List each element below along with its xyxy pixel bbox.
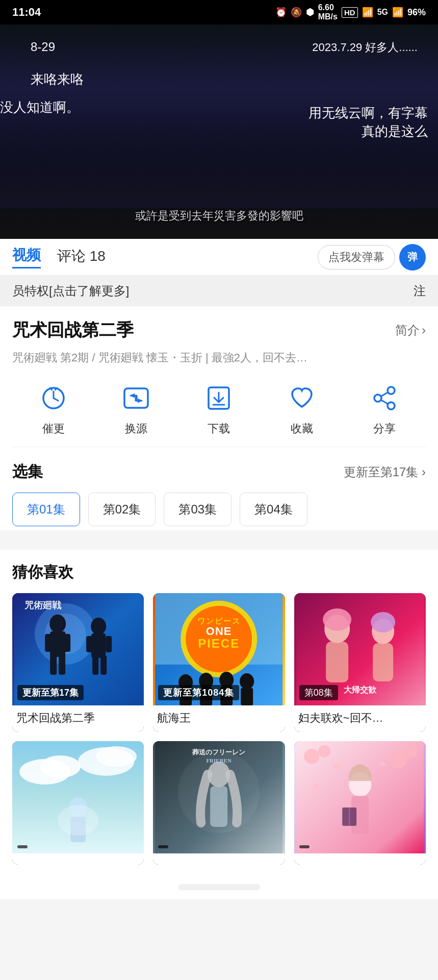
svg-point-10 xyxy=(374,395,381,402)
episode-item-4[interactable]: 第04集 xyxy=(240,493,307,526)
svg-rect-24 xyxy=(91,633,106,658)
danmu-comment-5: 用无线云啊，有字幕真的是这么 xyxy=(308,104,428,141)
video-background: 8-29 2023.7.29 好多人...... 来咯来咯 没人知道啊。 用无线… xyxy=(0,24,438,239)
title-row: 咒术回战第二季 简介 › xyxy=(12,318,426,342)
danmu-comment-4: 没人知道啊。 xyxy=(0,99,80,116)
clock-icon xyxy=(36,380,71,416)
svg-point-11 xyxy=(388,402,395,409)
svg-rect-49 xyxy=(373,643,393,681)
card-badge-4 xyxy=(17,845,28,848)
danmu-comment-3: 来咯来咯 xyxy=(31,70,84,88)
card-info-6 xyxy=(294,853,426,865)
card-4[interactable] xyxy=(12,741,144,865)
speed-label: 6.60MB/s xyxy=(318,3,338,21)
chevron-right-icon: › xyxy=(422,323,426,337)
bell-mute-icon: 🔕 xyxy=(291,7,302,18)
bluetooth-icon: ⬢ xyxy=(306,7,314,18)
video-player[interactable]: 8-29 2023.7.29 好多人...... 来咯来咯 没人知道啊。 用无线… xyxy=(0,24,438,239)
card-badge-6 xyxy=(299,845,310,848)
svg-rect-26 xyxy=(106,636,112,652)
svg-rect-28 xyxy=(100,655,107,675)
svg-text:FRIEREN: FRIEREN xyxy=(207,757,232,764)
status-icons: ⏰ 🔕 ⬢ 6.60MB/s HD 📶 5G 📶 96% xyxy=(275,3,426,21)
card-frieren[interactable]: 葬送のフリーレン FRIEREN xyxy=(153,741,285,865)
action-source[interactable]: 换源 xyxy=(118,380,154,436)
svg-text:咒術廻戦: 咒術廻戦 xyxy=(24,600,62,610)
svg-point-60 xyxy=(58,805,98,836)
svg-line-2 xyxy=(54,398,58,401)
tab-bar: 视频 评论 18 点我发弹幕 弹 xyxy=(0,239,438,276)
episode-item-2[interactable]: 第02集 xyxy=(88,493,156,526)
download-icon xyxy=(201,380,237,416)
card-title-jjk: 咒术回战第二季 xyxy=(16,710,140,726)
danmu-area: 点我发弹幕 弹 xyxy=(318,244,426,271)
card-info-4 xyxy=(12,853,144,865)
card-info-op: 航海王 xyxy=(153,705,285,732)
episode-item-1[interactable]: 第01集 xyxy=(12,493,80,526)
card-info-jjk: 咒术回战第二季 xyxy=(12,705,144,732)
download-label: 下载 xyxy=(208,421,230,436)
recommend-section: 猜你喜欢 xyxy=(0,545,438,877)
action-download[interactable]: 下载 xyxy=(201,380,237,436)
content-area: 咒术回战第二季 简介 › 咒術廻戦 第2期 / 咒術廻戦 懐玉・玉折 | 最強2… xyxy=(0,306,438,530)
card-title-op: 航海王 xyxy=(157,710,280,726)
card-thumb-4 xyxy=(12,741,144,853)
svg-text:大帰交歓: 大帰交歓 xyxy=(343,685,377,694)
episode-section-header: 选集 更新至第17集 › xyxy=(12,461,426,482)
action-row: 催更 换源 xyxy=(12,380,426,447)
member-banner-right: 注 xyxy=(414,283,426,299)
card-thumb-3: 大帰交歓 第08集 xyxy=(294,593,426,705)
svg-rect-47 xyxy=(326,642,348,682)
svg-point-69 xyxy=(318,745,330,757)
bottom-bar xyxy=(0,877,438,899)
episode-item-3[interactable]: 第03集 xyxy=(164,493,231,526)
action-share[interactable]: 分享 xyxy=(367,380,402,436)
episode-section-title: 选集 xyxy=(12,461,43,482)
action-remind[interactable]: 催更 xyxy=(36,380,71,436)
svg-point-51 xyxy=(371,612,395,632)
anime-subtitle: 咒術廻戦 第2期 / 咒術廻戦 懐玉・玉折 | 最強2人，回不去… xyxy=(12,349,426,366)
svg-rect-64 xyxy=(210,786,227,827)
episode-update-link[interactable]: 更新至第17集 › xyxy=(344,464,426,480)
svg-point-17 xyxy=(49,615,66,633)
status-bar: 11:04 ⏰ 🔕 ⬢ 6.60MB/s HD 📶 5G 📶 96% xyxy=(0,0,438,24)
svg-text:葬送のフリーレン: 葬送のフリーレン xyxy=(192,748,245,756)
card-jjk[interactable]: 咒術廻戦 更新至第17集 咒术回战第二季 xyxy=(12,593,144,732)
svg-point-50 xyxy=(323,608,351,631)
source-label: 换源 xyxy=(125,421,147,436)
svg-point-55 xyxy=(40,755,81,778)
svg-point-68 xyxy=(304,749,319,764)
card-info-frieren xyxy=(153,853,285,865)
svg-rect-22 xyxy=(59,654,65,675)
danmu-comment-1: 8-29 xyxy=(31,40,55,54)
battery-label: 96% xyxy=(407,7,426,18)
share-label: 分享 xyxy=(373,421,396,436)
action-favorite[interactable]: 收藏 xyxy=(284,380,320,436)
intro-link[interactable]: 简介 › xyxy=(395,322,426,338)
status-time: 11:04 xyxy=(12,6,41,19)
svg-line-13 xyxy=(381,400,388,404)
anime-title: 咒术回战第二季 xyxy=(12,318,134,342)
danmu-send-button[interactable]: 点我发弹幕 xyxy=(318,245,395,270)
member-banner[interactable]: 员特权[点击了解更多] 注 xyxy=(0,276,438,306)
card-thumb-jjk: 咒術廻戦 更新至第17集 xyxy=(12,593,144,705)
svg-line-12 xyxy=(381,393,388,396)
hd-badge: HD xyxy=(342,7,358,18)
card-badge-frieren xyxy=(158,845,168,848)
card-thumb-op: ワンピース ONE PIECE 更新至第1084集 xyxy=(153,593,285,705)
member-banner-text: 员特权[点击了解更多] xyxy=(12,283,129,299)
danmu-icon-button[interactable]: 弹 xyxy=(399,244,426,271)
tab-video[interactable]: 视频 xyxy=(12,246,41,268)
card-6[interactable] xyxy=(294,741,426,865)
tab-comment[interactable]: 评论 18 xyxy=(57,247,106,268)
video-danmu-overlay: 8-29 2023.7.29 好多人...... 来咯来咯 没人知道啊。 用无线… xyxy=(0,24,438,239)
svg-point-23 xyxy=(91,618,106,635)
card-grid: 咒術廻戦 更新至第17集 咒术回战第二季 xyxy=(12,593,426,877)
video-subtitle: 或許是受到去年災害多發的影響吧 xyxy=(0,208,438,224)
favorite-label: 收藏 xyxy=(291,421,313,436)
svg-rect-44 xyxy=(241,688,253,705)
svg-rect-21 xyxy=(50,654,57,675)
card-3[interactable]: 大帰交歓 第08集 妇夫联欢~回不… xyxy=(294,593,426,732)
card-op[interactable]: ワンピース ONE PIECE 更新至第1084集 航海王 xyxy=(153,593,285,732)
card-thumb-frieren: 葬送のフリーレン FRIEREN xyxy=(153,741,285,853)
